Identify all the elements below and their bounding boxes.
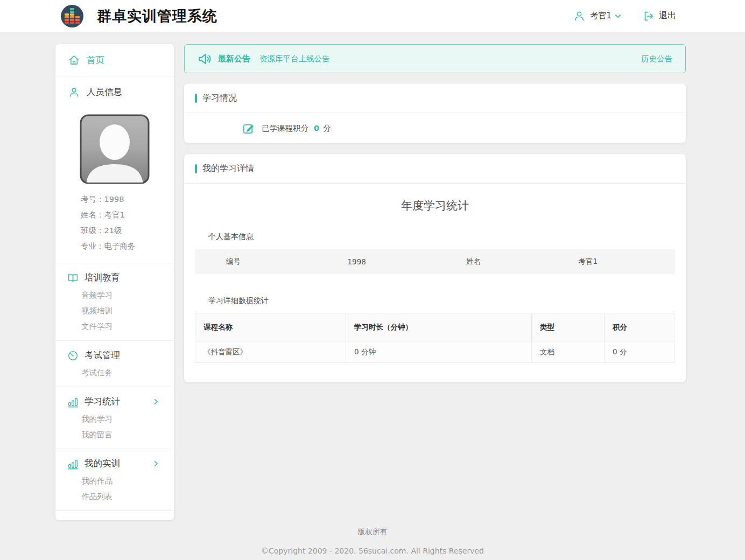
cell-duration: 0 分钟 — [346, 341, 532, 363]
copyright-en: ©Copyright 2009 - 2020. 56sucai.com. All… — [0, 547, 745, 555]
course-score-value: 0 — [314, 124, 319, 132]
profile-panel: 考号：1998 姓名：考官1 班级：21级 专业：电子商务 — [55, 108, 174, 263]
accent-bar — [195, 94, 197, 103]
study-stats-heading: 学习详细数据统计 — [208, 296, 686, 306]
user-name: 考官1 — [590, 11, 612, 21]
learning-status-header: 学习情况 — [184, 83, 686, 113]
sidebar-section-title-exam[interactable]: 考试管理 — [55, 347, 174, 363]
profile-field-major: 专业：电子商务 — [81, 239, 174, 254]
basic-info-id-label: 编号 — [195, 257, 323, 267]
learning-detail-header: 我的学习详情 — [184, 154, 686, 184]
table-header-type: 类型 — [532, 313, 605, 341]
sidebar-personnel-label: 人员信息 — [87, 86, 122, 98]
field-separator: ： — [96, 195, 104, 204]
section-title-label: 考试管理 — [85, 349, 120, 361]
speaker-icon — [198, 52, 212, 66]
profile-field-class: 班级：21级 — [81, 223, 174, 239]
sidebar-section-title-training[interactable]: 培训教育 — [55, 270, 174, 286]
table-header-row: 课程名称 学习时长（分钟） 类型 积分 — [195, 313, 674, 341]
learning-detail-card: 我的学习详情 年度学习统计 个人基本信息 编号 1998 姓名 考官1 学习详细… — [184, 154, 686, 382]
app-logo-icon — [60, 4, 84, 28]
sidebar-item-my-messages[interactable]: 我的留言 — [81, 427, 174, 443]
announcement-latest-label: 最新公告 — [218, 54, 250, 64]
course-score-row: 已学课程积分 0 分 — [184, 113, 686, 143]
logout-button[interactable]: 退出 — [643, 10, 676, 22]
sidebar-section-training: 培训教育 音频学习 视频培训 文件学习 — [55, 263, 174, 341]
announcement-link[interactable]: 资源库平台上线公告 — [259, 54, 330, 64]
home-icon — [68, 54, 80, 66]
chevron-right-icon — [152, 398, 160, 405]
profile-field-label: 班级 — [81, 226, 96, 235]
profile-field-name: 姓名：考官1 — [81, 207, 174, 223]
bar-chart-icon — [67, 396, 79, 408]
profile-field-exam-no: 考号：1998 — [81, 192, 174, 207]
header: 群卓实训管理系统 考官1 — [0, 0, 745, 32]
table-row: 《抖音雷区》 0 分钟 文档 0 分 — [195, 341, 674, 363]
history-announcements-link[interactable]: 历史公告 — [641, 54, 672, 64]
book-icon — [67, 272, 79, 284]
app-title: 群卓实训管理系统 — [97, 6, 217, 26]
course-score-label: 已学课程积分 — [262, 123, 308, 134]
learning-status-title: 学习情况 — [202, 93, 237, 104]
main-content: 最新公告 资源库平台上线公告 历史公告 学习情况 已学课程积分 0 分 我的学习… — [184, 44, 686, 382]
sidebar-home-label: 首页 — [87, 54, 104, 66]
field-separator: ： — [96, 226, 104, 235]
logout-icon — [643, 10, 655, 22]
logout-label: 退出 — [659, 10, 676, 22]
profile-field-value: 1998 — [104, 195, 124, 204]
user-menu[interactable]: 考官1 — [573, 10, 622, 22]
person-icon — [68, 87, 80, 98]
header-right: 考官1 退出 — [573, 10, 676, 22]
profile-field-label: 考号 — [81, 195, 96, 204]
sidebar-section-study-stats: 学习统计 我的学习 我的留言 — [55, 387, 174, 449]
profile-field-value: 考官1 — [104, 211, 125, 219]
sidebar-item-audio-study[interactable]: 音频学习 — [81, 288, 174, 303]
section-title-label: 学习统计 — [85, 396, 120, 408]
profile-field-label: 姓名 — [81, 211, 96, 219]
cell-course-name: 《抖音雷区》 — [195, 341, 346, 363]
cell-type: 文档 — [532, 341, 605, 363]
learning-status-card: 学习情况 已学课程积分 0 分 — [184, 83, 686, 143]
compass-icon — [67, 350, 79, 361]
bar-chart-icon — [67, 458, 79, 470]
profile-field-label: 专业 — [81, 242, 96, 250]
study-detail-table: 课程名称 学习时长（分钟） 类型 积分 《抖音雷区》 0 分钟 文档 0 分 — [195, 313, 674, 363]
sidebar-item-home[interactable]: 首页 — [55, 44, 174, 76]
sidebar-item-file-study[interactable]: 文件学习 — [81, 319, 174, 334]
basic-info-heading: 个人基本信息 — [208, 232, 686, 242]
chevron-down-icon — [614, 12, 622, 20]
copyright-cn: 版权所有 — [0, 527, 745, 537]
sidebar-section-title-my-training[interactable]: 我的实训 — [55, 456, 174, 472]
sidebar-section-exam: 考试管理 考试任务 — [55, 341, 174, 387]
table-header-course: 课程名称 — [195, 313, 346, 341]
sidebar-item-exam-task[interactable]: 考试任务 — [81, 365, 174, 381]
section-title-label: 我的实训 — [85, 458, 120, 470]
profile-fields: 考号：1998 姓名：考官1 班级：21级 专业：电子商务 — [81, 192, 174, 254]
section-items: 考试任务 — [81, 365, 174, 381]
sidebar-section-my-training: 我的实训 我的作品 作品列表 — [55, 449, 174, 511]
section-items: 我的作品 作品列表 — [81, 473, 174, 505]
section-items: 音频学习 视频培训 文件学习 — [81, 288, 174, 334]
sidebar-section-title-study-stats[interactable]: 学习统计 — [55, 394, 174, 410]
sidebar-item-personnel[interactable]: 人员信息 — [55, 76, 174, 108]
table-header-score: 积分 — [605, 313, 674, 341]
announcement-bar: 最新公告 资源库平台上线公告 历史公告 — [184, 44, 686, 73]
course-score-unit: 分 — [323, 123, 331, 134]
profile-field-value: 21级 — [104, 226, 122, 235]
sidebar-item-my-works[interactable]: 我的作品 — [81, 473, 174, 489]
accent-bar — [195, 164, 197, 173]
basic-info-name-label: 姓名 — [444, 257, 563, 267]
sidebar: 首页 人员信息 — [55, 44, 174, 520]
section-items: 我的学习 我的留言 — [81, 411, 174, 443]
sidebar-item-video-training[interactable]: 视频培训 — [81, 303, 174, 319]
edit-icon — [242, 122, 255, 135]
sidebar-item-my-study[interactable]: 我的学习 — [81, 411, 174, 427]
basic-info-id-value: 1998 — [323, 257, 445, 266]
user-icon — [573, 10, 585, 22]
cell-score: 0 分 — [605, 341, 674, 363]
avatar — [80, 114, 150, 184]
field-separator: ： — [96, 211, 104, 219]
learning-detail-title: 我的学习详情 — [202, 163, 254, 174]
section-title-label: 培训教育 — [85, 272, 120, 284]
sidebar-item-works-list[interactable]: 作品列表 — [81, 489, 174, 505]
